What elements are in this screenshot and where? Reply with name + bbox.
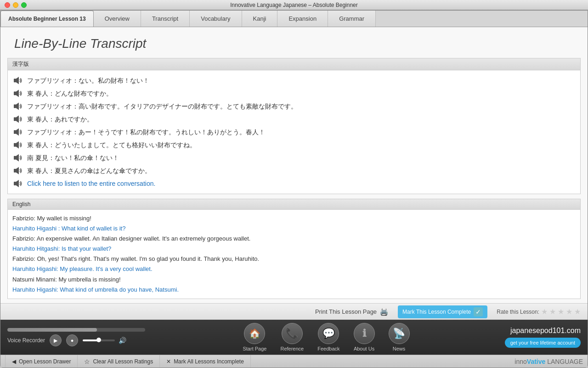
news-label: News xyxy=(393,346,406,351)
volume-icon: 🔊 xyxy=(119,337,126,344)
kanji-content: ファブリツィオ：ない。私の財布！ない！ xyxy=(8,70,580,194)
transcript-line: 東 春人：どんな財布ですか。 xyxy=(12,87,576,100)
svg-marker-13 xyxy=(16,154,19,161)
nav-reference[interactable]: 📞 Reference xyxy=(280,323,304,351)
audio-icon-4[interactable] xyxy=(12,114,23,124)
audio-icon-5[interactable] xyxy=(12,127,23,137)
kanji-line-2: 東 春人：どんな財布ですか。 xyxy=(27,89,113,98)
tab-transcript[interactable]: Transcript xyxy=(141,11,190,27)
active-tab[interactable]: Absolute Beginner Lesson 13 xyxy=(0,11,94,27)
audio-icon-8[interactable] xyxy=(12,166,23,176)
nav-icons: 🏠 Start Page 📞 Reference 💬 Feedback ℹ Ab… xyxy=(164,323,489,351)
svg-marker-3 xyxy=(16,90,19,97)
clear-ratings-label: Clear All Lesson Ratings xyxy=(93,358,153,365)
progress-bar[interactable] xyxy=(7,328,145,332)
check-icon: ✓ xyxy=(474,307,483,316)
content-inner: Line-By-Line Transcript 漢字版 xyxy=(0,27,588,303)
audio-icon-2[interactable] xyxy=(12,88,23,98)
audio-icon-1[interactable] xyxy=(12,75,23,86)
nav-start-page[interactable]: 🏠 Start Page xyxy=(243,323,266,351)
english-line-4: Haruhito Hitgashi: Is that your wallet? xyxy=(12,244,576,254)
mark-complete-button[interactable]: Mark This Lesson Complete ✓ xyxy=(398,305,487,318)
tab-kanji[interactable]: Kanji xyxy=(242,11,278,27)
kanji-line-1: ファブリツィオ：ない。私の財布！ない！ xyxy=(27,76,149,86)
svg-rect-10 xyxy=(14,143,16,147)
mark-incomplete-button[interactable]: ✕ Mark All Lessons Incomplete xyxy=(160,355,251,368)
drawer-icon: ◀ xyxy=(12,358,16,365)
print-label: Print This Lesson Page xyxy=(315,308,377,315)
nav-news[interactable]: 📡 News xyxy=(389,323,410,351)
scrollable-content[interactable]: 漢字版 ファブリツィオ：ない。私の財布！ない xyxy=(0,58,588,303)
star-clear-icon: ☆ xyxy=(84,358,90,365)
audio-icon-9[interactable] xyxy=(12,178,23,189)
vative-text: Vative xyxy=(527,358,545,365)
start-page-label: Start Page xyxy=(243,346,266,351)
svg-rect-0 xyxy=(14,79,16,82)
print-button[interactable]: Print This Lesson Page 🖨️ xyxy=(315,307,389,316)
tab-grammar[interactable]: Grammar xyxy=(328,11,376,27)
player-controls: Voice Recorder ▶ ● 🔊 xyxy=(7,334,164,346)
printer-icon: 🖨️ xyxy=(379,307,389,316)
listen-link[interactable]: Click here to listen to the entire conve… xyxy=(27,179,155,189)
minimize-button[interactable] xyxy=(13,2,18,8)
tab-expansion[interactable]: Expansion xyxy=(277,11,328,27)
transcript-line: ファブリツィオ：高い財布です。イタリアのデザイナーの財布です。とても素敵な財布で… xyxy=(12,100,576,113)
title-bar: Innovative Language Japanese – Absolute … xyxy=(0,0,588,10)
play-icon: ▶ xyxy=(54,338,57,344)
open-drawer-button[interactable]: ◀ Open Lesson Drawer xyxy=(5,355,78,368)
progress-fill xyxy=(7,328,97,332)
transcript-line: 東 春人：あれですか。 xyxy=(12,113,576,126)
nav-about-us[interactable]: ℹ About Us xyxy=(354,323,375,351)
svg-rect-16 xyxy=(14,182,16,185)
reference-label: Reference xyxy=(280,346,304,351)
open-drawer-label: Open Lesson Drawer xyxy=(19,358,71,365)
main-window: Absolute Beginner Lesson 13 Overview Tra… xyxy=(0,10,588,368)
about-icon: ℹ xyxy=(354,323,375,344)
svg-rect-4 xyxy=(14,104,16,108)
kanji-line-7: 南 夏見：ない！私の傘！ない！ xyxy=(27,153,119,163)
audio-icon-6[interactable] xyxy=(12,140,23,150)
clear-ratings-button[interactable]: ☆ Clear All Lesson Ratings xyxy=(78,355,160,368)
traffic-lights xyxy=(5,2,27,8)
audio-icon-7[interactable] xyxy=(12,153,23,163)
brand-name: japanesepod101.com xyxy=(510,327,581,335)
svg-marker-5 xyxy=(16,103,19,110)
star-4[interactable]: ★ xyxy=(566,307,572,316)
rate-section: Rate this Lesson: ★ ★ ★ ★ ★ xyxy=(497,307,581,316)
nav-feedback[interactable]: 💬 Feedback xyxy=(317,323,339,351)
mark-label: Mark This Lesson Complete xyxy=(402,309,471,315)
volume-track xyxy=(83,339,115,341)
x-icon: ✕ xyxy=(166,358,171,365)
volume-thumb xyxy=(96,338,101,342)
tab-vocabulary[interactable]: Vocabulary xyxy=(190,11,242,27)
about-us-label: About Us xyxy=(354,346,374,351)
stop-button[interactable]: ● xyxy=(66,334,78,346)
star-2[interactable]: ★ xyxy=(549,307,556,316)
innovative-language-logo: innoVative LANGUAGE xyxy=(514,358,583,365)
tab-overview[interactable]: Overview xyxy=(94,11,141,27)
brand-cta-button[interactable]: get your free lifetime account xyxy=(505,338,581,348)
volume-slider[interactable]: 🔊 xyxy=(83,337,126,344)
star-5[interactable]: ★ xyxy=(574,307,581,316)
audio-icon-3[interactable] xyxy=(12,101,23,111)
svg-rect-14 xyxy=(14,169,16,172)
tab-bar: Absolute Beginner Lesson 13 Overview Tra… xyxy=(0,11,588,27)
transcript-line: 東 春人：どういたしまして。とても格好いい財布ですね。 xyxy=(12,138,576,151)
svg-marker-9 xyxy=(16,128,19,136)
kanji-line-3: ファブリツィオ：高い財布です。イタリアのデザイナーの財布です。とても素敵な財布で… xyxy=(27,102,297,111)
transcript-line: Click here to listen to the entire conve… xyxy=(12,177,576,190)
play-button[interactable]: ▶ xyxy=(50,334,62,346)
star-3[interactable]: ★ xyxy=(558,307,564,316)
english-section: English Fabrizio: My wallet is missing! … xyxy=(7,199,581,299)
svg-rect-2 xyxy=(14,92,16,95)
svg-marker-7 xyxy=(16,115,19,123)
transcript-line: 南 夏見：ない！私の傘！ない！ xyxy=(12,151,576,164)
svg-marker-1 xyxy=(16,77,19,84)
stop-icon: ● xyxy=(71,338,74,343)
svg-marker-15 xyxy=(16,167,19,174)
kanji-header: 漢字版 xyxy=(8,58,580,70)
status-bar: ◀ Open Lesson Drawer ☆ Clear All Lesson … xyxy=(0,355,588,368)
close-button[interactable] xyxy=(5,2,10,8)
star-1[interactable]: ★ xyxy=(541,307,548,316)
maximize-button[interactable] xyxy=(21,2,27,8)
